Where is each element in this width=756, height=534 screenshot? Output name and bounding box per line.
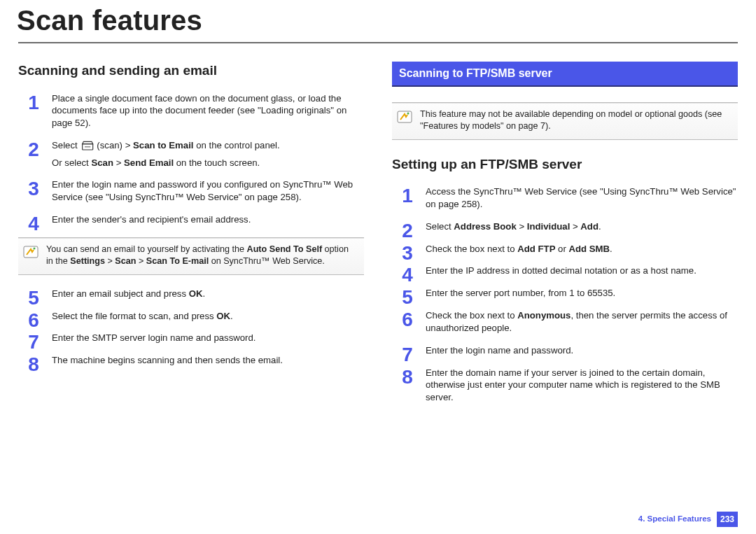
step-text: Access the SyncThru™ Web Service (see "U… xyxy=(426,185,738,211)
footer-chapter: 4. Special Features xyxy=(638,514,711,525)
step-item: Select the file format to scan, and pres… xyxy=(18,310,364,323)
step-text: Select Address Book > Individual > Add. xyxy=(426,220,738,233)
step-text: Enter the IP address in dotted decimal n… xyxy=(426,265,738,277)
step-text-alt: Or select Scan > Send Email on the touch… xyxy=(52,157,364,169)
svg-point-5 xyxy=(407,112,410,114)
step-item: Enter the SMTP server login name and pas… xyxy=(18,332,364,344)
scan-icon xyxy=(81,140,95,153)
title-rule xyxy=(18,42,738,43)
step-text: Enter the login name and password. xyxy=(426,344,738,357)
note-text: You can send an email to yourself by act… xyxy=(46,244,357,267)
left-column: Scanning and sending an email Place a si… xyxy=(18,62,364,414)
bluebar-ftp-smb: Scanning to FTP/SMB server xyxy=(392,62,738,87)
steps-email-part2: Enter an email subject and press OK. Sel… xyxy=(18,288,364,367)
step-text: Enter an email subject and press OK. xyxy=(52,288,364,300)
note-availability: This feature may not be available depend… xyxy=(392,102,738,140)
note-auto-send: You can send an email to yourself by act… xyxy=(18,237,364,275)
step-text: Enter the sender's and recipient's email… xyxy=(52,213,364,226)
step-item: Select (scan) > Scan to Email on the con… xyxy=(18,139,364,169)
step-text: Enter the server port number, from 1 to … xyxy=(426,287,738,300)
step-text: Check the box next to Add FTP or Add SMB… xyxy=(426,243,738,255)
page-title: Scan features xyxy=(17,1,738,39)
step-item: Enter the login name and password. xyxy=(392,344,738,357)
steps-email-part1: Place a single document face down on the… xyxy=(18,92,364,226)
page-footer: 4. Special Features 233 xyxy=(638,512,738,527)
step-text: Select (scan) > Scan to Email on the con… xyxy=(52,139,364,153)
step-item: Access the SyncThru™ Web Service (see "U… xyxy=(392,185,738,211)
content-columns: Scanning and sending an email Place a si… xyxy=(18,62,738,414)
step-item: Enter the sender's and recipient's email… xyxy=(18,213,364,226)
step-text: Check the box next to Anonymous, then th… xyxy=(426,309,738,335)
step-item: Place a single document face down on the… xyxy=(18,92,364,129)
step-text: The machine begins scanning and then sen… xyxy=(52,354,364,367)
heading-scan-email: Scanning and sending an email xyxy=(18,62,364,80)
step-item: Enter the IP address in dotted decimal n… xyxy=(392,265,738,277)
step-text: Enter the domain name if your server is … xyxy=(426,367,738,404)
step-item: Check the box next to Add FTP or Add SMB… xyxy=(392,243,738,255)
step-item: Enter an email subject and press OK. xyxy=(18,288,364,300)
right-column: Scanning to FTP/SMB server This feature … xyxy=(392,62,738,414)
step-text: Enter the SMTP server login name and pas… xyxy=(52,332,364,344)
heading-setup-ftp: Setting up an FTP/SMB server xyxy=(392,155,738,174)
step-item: Select Address Book > Individual > Add. xyxy=(392,220,738,233)
step-text: Select the file format to scan, and pres… xyxy=(52,310,364,323)
step-item: Enter the domain name if your server is … xyxy=(392,367,738,404)
note-icon xyxy=(22,244,39,260)
step-item: The machine begins scanning and then sen… xyxy=(18,354,364,367)
footer-page-number: 233 xyxy=(717,512,738,527)
note-icon xyxy=(396,108,413,125)
note-text: This feature may not be available depend… xyxy=(420,108,731,132)
step-item: Check the box next to Anonymous, then th… xyxy=(392,309,738,335)
steps-ftp: Access the SyncThru™ Web Service (see "U… xyxy=(392,185,738,404)
step-text: Enter the login name and password if you… xyxy=(52,178,364,204)
step-item: Enter the login name and password if you… xyxy=(18,178,364,204)
step-text: Place a single document face down on the… xyxy=(52,92,364,129)
step-text-span: Select (scan) > Scan to Email on the con… xyxy=(52,140,280,150)
step-item: Enter the server port number, from 1 to … xyxy=(392,287,738,300)
svg-point-3 xyxy=(34,247,36,249)
